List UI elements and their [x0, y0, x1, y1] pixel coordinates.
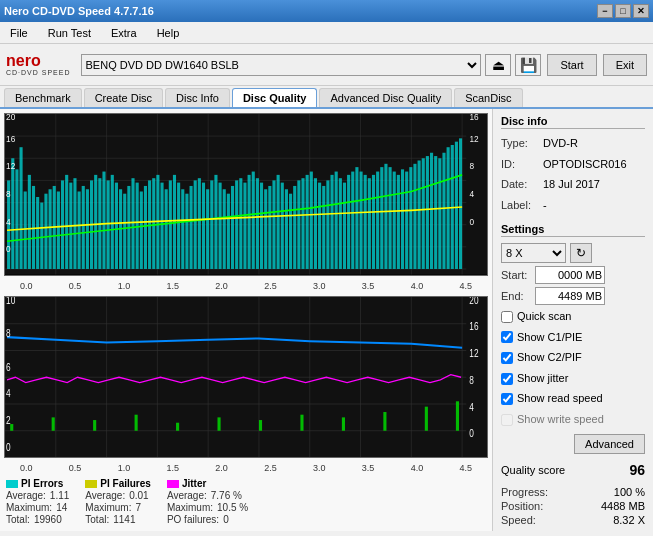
svg-rect-49 — [140, 191, 143, 268]
show-jitter-label: Show jitter — [517, 370, 568, 388]
svg-rect-94 — [326, 180, 329, 269]
svg-rect-86 — [293, 186, 296, 269]
main-content: 16 12 8 4 0 20 16 12 8 4 0 0.0 0.5 — [0, 109, 653, 531]
pi-errors-max-label: Maximum: — [6, 502, 52, 513]
tab-scan-disc[interactable]: ScanDisc — [454, 88, 522, 107]
svg-rect-75 — [248, 175, 251, 269]
show-read-speed-label: Show read speed — [517, 390, 603, 408]
svg-rect-84 — [285, 189, 288, 269]
eject-icon[interactable]: ⏏ — [485, 54, 511, 76]
svg-rect-120 — [434, 156, 437, 269]
svg-rect-41 — [107, 180, 110, 269]
svg-rect-105 — [372, 175, 375, 269]
maximize-button[interactable]: □ — [615, 4, 631, 18]
svg-rect-69 — [223, 189, 226, 269]
progress-section: Progress: 100 % Position: 4488 MB Speed:… — [501, 486, 645, 526]
start-button[interactable]: Start — [547, 54, 596, 76]
svg-rect-96 — [335, 172, 338, 269]
svg-text:16: 16 — [469, 114, 478, 122]
disc-id-label: ID: — [501, 156, 539, 173]
start-range-row: Start: — [501, 266, 645, 284]
speed-dropdown[interactable]: 8 X Max 2 X 4 X 6 X — [501, 243, 566, 263]
svg-rect-159 — [259, 420, 262, 431]
svg-rect-110 — [393, 172, 396, 269]
show-c1-checkbox[interactable] — [501, 331, 513, 343]
quick-scan-checkbox[interactable] — [501, 311, 513, 323]
top-chart-x-axis: 0.0 0.5 1.0 1.5 2.0 2.5 3.0 3.5 4.0 4.5 — [4, 280, 488, 292]
svg-rect-83 — [281, 183, 284, 269]
quality-section: Quality score 96 — [501, 462, 645, 478]
disc-label-label: Label: — [501, 197, 539, 214]
show-write-speed-checkbox[interactable] — [501, 414, 513, 426]
svg-text:20: 20 — [6, 114, 15, 122]
svg-rect-111 — [397, 175, 400, 269]
svg-rect-158 — [217, 417, 220, 430]
menu-extra[interactable]: Extra — [105, 25, 143, 41]
end-input[interactable] — [535, 287, 605, 305]
nero-logo-sub: CD·DVD SPEED — [6, 69, 71, 76]
show-jitter-checkbox[interactable] — [501, 373, 513, 385]
tab-disc-info[interactable]: Disc Info — [165, 88, 230, 107]
svg-rect-102 — [360, 172, 363, 269]
svg-rect-125 — [455, 142, 458, 269]
svg-text:4: 4 — [469, 189, 474, 199]
jitter-max-value: 10.5 % — [217, 502, 248, 513]
drive-dropdown[interactable]: BENQ DVD DD DW1640 BSLB — [81, 54, 482, 76]
show-read-speed-checkbox[interactable] — [501, 393, 513, 405]
jitter-max-label: Maximum: — [167, 502, 213, 513]
svg-rect-93 — [322, 186, 325, 269]
minimize-button[interactable]: − — [597, 4, 613, 18]
advanced-button[interactable]: Advanced — [574, 434, 645, 454]
tab-create-disc[interactable]: Create Disc — [84, 88, 163, 107]
menu-file[interactable]: File — [4, 25, 34, 41]
svg-rect-109 — [389, 167, 392, 269]
svg-rect-34 — [78, 191, 81, 268]
svg-rect-30 — [61, 180, 64, 269]
svg-rect-92 — [318, 183, 321, 269]
close-button[interactable]: ✕ — [633, 4, 649, 18]
svg-rect-55 — [165, 189, 168, 269]
svg-rect-82 — [277, 175, 280, 269]
tab-disc-quality[interactable]: Disc Quality — [232, 88, 318, 107]
svg-rect-119 — [430, 153, 433, 269]
svg-rect-62 — [194, 180, 197, 269]
top-chart: 16 12 8 4 0 20 16 12 8 4 0 — [4, 113, 488, 276]
tab-advanced-disc-quality[interactable]: Advanced Disc Quality — [319, 88, 452, 107]
pi-failures-title: PI Failures — [100, 478, 151, 489]
quick-scan-label: Quick scan — [517, 308, 571, 326]
exit-button[interactable]: Exit — [603, 54, 647, 76]
svg-rect-74 — [243, 183, 246, 269]
svg-rect-156 — [135, 414, 138, 430]
svg-rect-60 — [185, 194, 188, 269]
header-area: nero CD·DVD SPEED BENQ DVD DD DW1640 BSL… — [0, 44, 653, 86]
svg-rect-21 — [24, 191, 27, 268]
menu-run-test[interactable]: Run Test — [42, 25, 97, 41]
svg-rect-99 — [347, 175, 350, 269]
svg-rect-118 — [426, 156, 429, 269]
svg-rect-80 — [268, 186, 271, 269]
save-icon[interactable]: 💾 — [515, 54, 541, 76]
tab-benchmark[interactable]: Benchmark — [4, 88, 82, 107]
svg-rect-18 — [11, 158, 14, 269]
refresh-button[interactable]: ↻ — [570, 243, 592, 263]
pi-failures-avg-value: 0.01 — [129, 490, 148, 501]
svg-rect-97 — [339, 178, 342, 269]
pi-failures-total-label: Total: — [85, 514, 109, 525]
bottom-chart: 20 16 12 8 4 0 10 8 6 4 2 0 — [4, 296, 488, 459]
svg-rect-164 — [456, 401, 459, 430]
show-c1-label: Show C1/PIE — [517, 329, 582, 347]
drive-selector: BENQ DVD DD DW1640 BSLB ⏏ 💾 — [81, 54, 542, 76]
svg-rect-19 — [15, 169, 18, 269]
show-c2-checkbox[interactable] — [501, 352, 513, 364]
svg-rect-22 — [28, 175, 31, 269]
menu-help[interactable]: Help — [151, 25, 186, 41]
pi-failures-total-value: 1141 — [113, 514, 135, 525]
start-input[interactable] — [535, 266, 605, 284]
legend-pi-failures: PI Failures Average: 0.01 Maximum: 7 Tot… — [85, 478, 151, 525]
menu-bar: File Run Test Extra Help — [0, 22, 653, 44]
svg-rect-85 — [289, 194, 292, 269]
progress-label: Progress: — [501, 486, 548, 498]
svg-text:16: 16 — [469, 320, 478, 332]
nero-logo-text: nero — [6, 53, 41, 69]
svg-rect-160 — [300, 414, 303, 430]
